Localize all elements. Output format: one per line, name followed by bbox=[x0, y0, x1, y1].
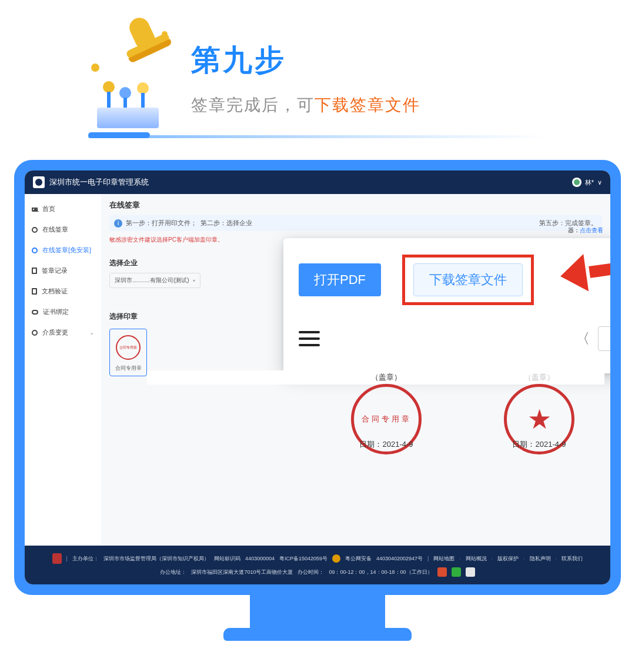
header-illustration bbox=[91, 28, 168, 128]
monitor-frame: 深圳市统一电子印章管理系统 林* ∨ 首页 在线签章 在 bbox=[14, 160, 621, 595]
app-header: 深圳市统一电子印章管理系统 林* ∨ bbox=[25, 170, 610, 194]
open-pdf-button[interactable]: 打开PDF bbox=[299, 263, 381, 296]
sidebar-item-label: 介质变更 bbox=[42, 328, 68, 337]
screen: 深圳市统一电子印章管理系统 林* ∨ 首页 在线签章 在 bbox=[25, 170, 610, 584]
link-icon bbox=[32, 310, 38, 315]
footer-icp: 粤ICP备15042059号 bbox=[279, 555, 327, 563]
page-nav: 〈 4 / · … bbox=[576, 326, 610, 351]
main-content: 在线签章 i 第一步：打开用印文件； 第二步：选择企业 第五步：完成签章。 敏感… bbox=[101, 194, 610, 549]
footer-link-copyright[interactable]: 版权保护 bbox=[497, 555, 519, 563]
step-title: 第九步 bbox=[191, 41, 544, 80]
browser-note-link[interactable]: 点击查看 bbox=[580, 227, 603, 233]
weibo-icon[interactable] bbox=[437, 567, 447, 577]
sidebar-item-sign-noinstall[interactable]: 在线签章[免安装] bbox=[25, 240, 101, 260]
steps-bar: i 第一步：打开用印文件； 第二步：选择企业 第五步：完成签章。 bbox=[109, 215, 602, 231]
chevron-down-icon: ⌄ bbox=[89, 329, 94, 336]
step2-text: 第二步：选择企业 bbox=[200, 219, 252, 228]
seal-mini-icon: 合同专用章 bbox=[116, 335, 141, 360]
download-signed-button[interactable]: 下载签章文件 bbox=[413, 263, 523, 296]
user-caret-icon: ∨ bbox=[597, 179, 602, 186]
footer-host-label: 主办单位： bbox=[72, 555, 99, 563]
step-subtitle-highlight: 下载签章文件 bbox=[315, 96, 420, 114]
app-logo-icon bbox=[33, 176, 45, 188]
company-select[interactable]: 深圳市………有限公司(测试) ▾ bbox=[109, 273, 200, 288]
footer-police: 44030402002947号 bbox=[376, 555, 423, 563]
sidebar-item-label: 在线签章[免安装] bbox=[42, 246, 91, 255]
monitor-stand bbox=[250, 594, 385, 630]
footer-time: 09：00-12：00，14：00-18：00（工作日） bbox=[329, 569, 432, 576]
records-icon bbox=[32, 268, 37, 274]
sidebar-item-bind-cert[interactable]: 证书绑定 bbox=[25, 302, 101, 322]
user-menu[interactable]: 林* ∨ bbox=[572, 178, 602, 187]
footer-link-privacy[interactable]: 隐私声明 bbox=[530, 555, 551, 563]
footer-time-label: 办公时间： bbox=[298, 569, 324, 576]
sidebar-item-sign[interactable]: 在线签章 bbox=[25, 219, 101, 240]
app-title: 深圳市统一电子印章管理系统 bbox=[49, 177, 149, 188]
person-icon bbox=[32, 248, 38, 253]
footer-link-contact[interactable]: 联系我们 bbox=[562, 555, 583, 563]
wechat-icon[interactable] bbox=[452, 567, 461, 577]
browser-note: 器：点击查看 bbox=[568, 226, 603, 235]
footer-link-about[interactable]: 网站概况 bbox=[466, 555, 487, 563]
seal-stamp-2: （盖章） ★ 日期：2021-4-9 bbox=[504, 372, 574, 450]
seal-label: （盖章） bbox=[504, 372, 574, 383]
verify-icon bbox=[32, 288, 37, 295]
sidebar-item-label: 在线签章 bbox=[42, 225, 68, 234]
step-subtitle-prefix: 签章完成后，可 bbox=[191, 96, 315, 114]
gov-badge-icon bbox=[52, 553, 62, 564]
sidebar-item-media-change[interactable]: 介质变更 ⌄ bbox=[25, 322, 101, 343]
footer-host: 深圳市市场监督管理局（深圳市知识产权局） bbox=[103, 555, 209, 563]
seal-option[interactable]: 合同专用章 合同专用章 bbox=[109, 329, 147, 376]
gov-site-icon[interactable] bbox=[466, 567, 475, 577]
sidebar-item-label: 文档验证 bbox=[42, 287, 68, 296]
sidebar-item-label: 证书绑定 bbox=[43, 307, 69, 316]
info-icon: i bbox=[114, 219, 122, 228]
footer-siteid: 4403000004 bbox=[245, 556, 275, 561]
stamp-icon bbox=[112, 8, 179, 75]
user-name: 林* bbox=[585, 178, 594, 187]
star-icon: ★ bbox=[527, 403, 552, 435]
seal-thumbnail: 合同专用章 bbox=[113, 333, 143, 362]
seal-caption: 合同专用章 bbox=[113, 365, 143, 372]
seal-inner-text: 合同专用章 bbox=[362, 414, 412, 424]
seal-label: （盖章） bbox=[351, 372, 422, 383]
footer-siteid-label: 网站标识码 bbox=[214, 555, 240, 563]
gear-icon bbox=[32, 330, 38, 336]
seal-date: 日期：2021-4-9 bbox=[351, 439, 422, 450]
app-footer: | 主办单位： 深圳市市场监督管理局（深圳市知识产权局） 网站标识码 44030… bbox=[25, 546, 610, 584]
page-number-input[interactable]: 4 bbox=[598, 326, 610, 351]
footer-police-label: 粤公网安备 bbox=[345, 555, 372, 563]
step1-text: 第一步：打开用印文件； bbox=[126, 219, 197, 228]
download-highlight-box: 下载签章文件 bbox=[402, 255, 534, 305]
step-subtitle: 签章完成后，可下载签章文件 bbox=[191, 94, 544, 116]
header-underline bbox=[88, 132, 547, 138]
home-icon bbox=[32, 208, 38, 211]
sidebar-item-records[interactable]: 签章记录 bbox=[25, 260, 101, 281]
company-select-value: 深圳市………有限公司(测试) bbox=[115, 276, 189, 285]
page-title: 在线签章 bbox=[109, 200, 602, 210]
seal-stamp-1: （盖章） 合同专用章 日期：2021-4-9 bbox=[351, 372, 422, 450]
sidebar-item-label: 首页 bbox=[42, 205, 55, 213]
sidebar: 首页 在线签章 在线签章[免安装] 签章记录 文档验证 bbox=[25, 194, 101, 549]
sidebar-item-verify[interactable]: 文档验证 bbox=[25, 281, 101, 302]
prev-page-button[interactable]: 〈 bbox=[576, 329, 590, 348]
sidebar-item-label: 签章记录 bbox=[42, 266, 68, 275]
monitor-base bbox=[223, 628, 412, 641]
police-badge-icon bbox=[332, 554, 340, 563]
footer-addr-label: 办公地址： bbox=[160, 569, 186, 576]
sidebar-item-home[interactable]: 首页 bbox=[25, 199, 101, 219]
footer-addr: 深圳市福田区深南大道7010号工商物价大厦 bbox=[191, 569, 293, 576]
seal-date: 日期：2021-4-9 bbox=[504, 439, 574, 450]
chevron-down-icon: ▾ bbox=[193, 278, 195, 283]
menu-icon[interactable] bbox=[299, 331, 320, 346]
person-icon bbox=[32, 227, 38, 233]
footer-link-sitemap[interactable]: 网站地图 bbox=[433, 555, 454, 563]
avatar-icon bbox=[572, 178, 581, 187]
